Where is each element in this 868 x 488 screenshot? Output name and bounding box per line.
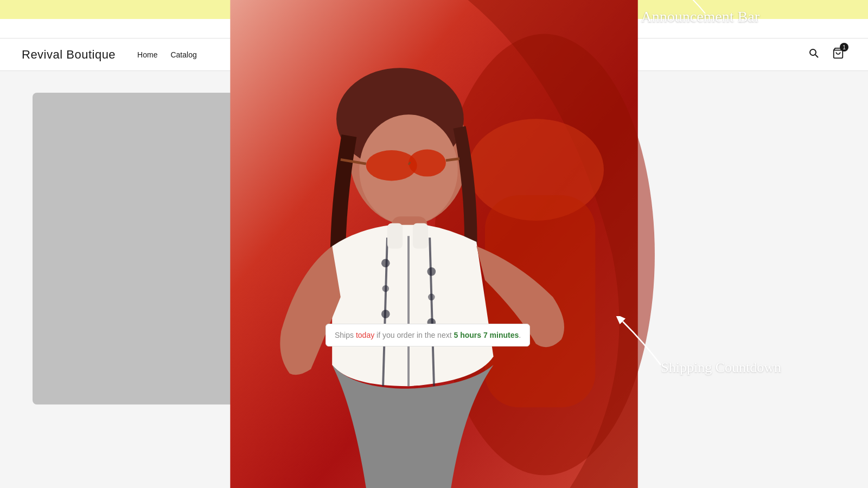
- if-order-label: if you order in the next: [374, 331, 454, 339]
- main-content: LIAM FASHIONS Floral White Top $60.00 US…: [11, 71, 857, 426]
- shipping-section: Ships today if you order in the next 5 h…: [326, 324, 575, 359]
- ships-label: Ships: [335, 331, 356, 339]
- shipping-countdown: Ships today if you order in the next 5 h…: [326, 324, 530, 346]
- period: .: [519, 331, 521, 339]
- product-image-svg: [33, 93, 293, 404]
- countdown-time: 5 hours 7 minutes: [454, 331, 519, 339]
- product-image: [33, 93, 293, 404]
- today-label: today: [356, 331, 374, 339]
- product-photo: [33, 93, 293, 404]
